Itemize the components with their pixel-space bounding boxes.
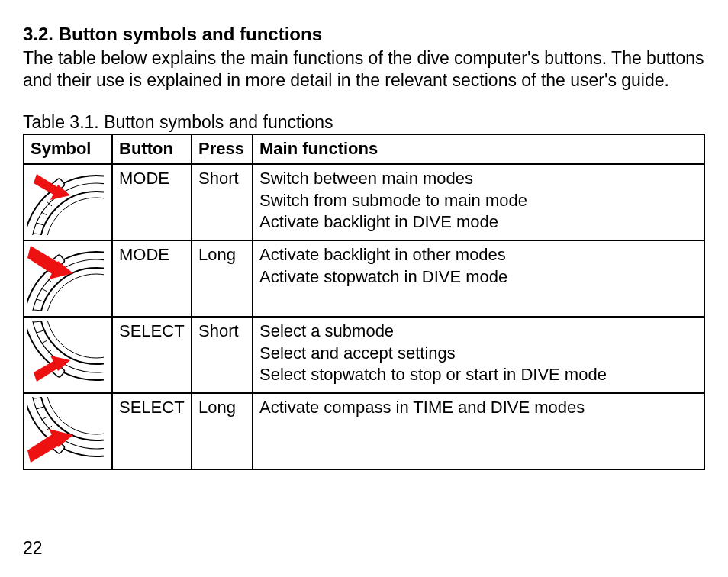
function-line: Switch between main modes xyxy=(259,168,697,190)
symbol-cell xyxy=(24,240,112,317)
function-line: Switch from submode to main mode xyxy=(259,190,697,212)
watch-button-mode-short-icon xyxy=(27,168,104,235)
table-row: MODE Long Activate backlight in other mo… xyxy=(24,240,704,317)
intro-paragraph: The table below explains the main functi… xyxy=(23,47,705,92)
svg-line-8 xyxy=(37,223,43,225)
symbol-cell xyxy=(24,164,112,240)
page-number: 22 xyxy=(23,538,43,559)
svg-line-47 xyxy=(37,407,43,409)
press-type: Long xyxy=(192,240,253,317)
press-type: Long xyxy=(192,393,253,469)
function-line: Activate stopwatch in DIVE mode xyxy=(259,266,697,288)
function-line: Select and accept settings xyxy=(259,343,697,365)
table-row: MODE Short Switch between main modes Swi… xyxy=(24,164,704,240)
col-header-symbol: Symbol xyxy=(24,134,112,164)
svg-line-34 xyxy=(37,330,43,333)
svg-point-30 xyxy=(46,321,104,358)
col-header-main-functions: Main functions xyxy=(253,134,704,164)
svg-line-46 xyxy=(41,417,47,420)
press-type: Short xyxy=(192,164,253,240)
svg-line-20 xyxy=(41,288,47,292)
svg-line-7 xyxy=(41,212,47,215)
function-line: Activate backlight in DIVE mode xyxy=(259,211,697,234)
svg-line-9 xyxy=(34,234,41,234)
svg-point-43 xyxy=(46,397,104,434)
section-title-text: Button symbols and functions xyxy=(59,24,322,44)
svg-line-21 xyxy=(37,299,43,301)
svg-line-22 xyxy=(34,310,41,311)
symbol-cell xyxy=(24,393,112,469)
main-functions: Select a submode Select and accept setti… xyxy=(253,317,704,393)
svg-line-33 xyxy=(41,340,47,343)
watch-button-select-long-icon xyxy=(27,397,104,464)
main-functions: Activate compass in TIME and DIVE modes xyxy=(253,393,704,469)
svg-point-17 xyxy=(46,274,104,311)
function-line: Activate backlight in other modes xyxy=(259,244,697,266)
section-heading: 3.2. Button symbols and functions xyxy=(23,23,705,46)
function-line: Select a submode xyxy=(259,321,697,343)
function-line: Activate compass in TIME and DIVE modes xyxy=(259,397,697,419)
main-functions: Switch between main modes Switch from su… xyxy=(253,164,704,240)
watch-button-select-short-icon xyxy=(27,321,104,388)
button-name: SELECT xyxy=(112,317,192,393)
button-functions-table: Symbol Button Press Main functions xyxy=(23,134,705,470)
press-type: Short xyxy=(192,317,253,393)
main-functions: Activate backlight in other modes Activa… xyxy=(253,240,704,317)
function-line: Select stopwatch to stop or start in DIV… xyxy=(259,364,697,386)
button-name: MODE xyxy=(112,240,192,317)
table-header-row: Symbol Button Press Main functions xyxy=(24,134,704,164)
table-row: SELECT Long Activate compass in TIME and… xyxy=(24,393,704,469)
col-header-press: Press xyxy=(192,134,253,164)
svg-point-4 xyxy=(46,198,104,235)
button-name: MODE xyxy=(112,164,192,240)
table-row: SELECT Short Select a submode Select and… xyxy=(24,317,704,393)
col-header-button: Button xyxy=(112,134,192,164)
table-caption: Table 3.1. Button symbols and functions xyxy=(23,111,705,134)
page: 3.2. Button symbols and functions The ta… xyxy=(0,0,728,577)
svg-line-35 xyxy=(34,321,41,322)
section-number: 3.2. xyxy=(23,24,53,44)
watch-button-mode-long-icon xyxy=(27,244,104,311)
symbol-cell xyxy=(24,317,112,393)
svg-line-48 xyxy=(34,398,41,398)
button-name: SELECT xyxy=(112,393,192,469)
